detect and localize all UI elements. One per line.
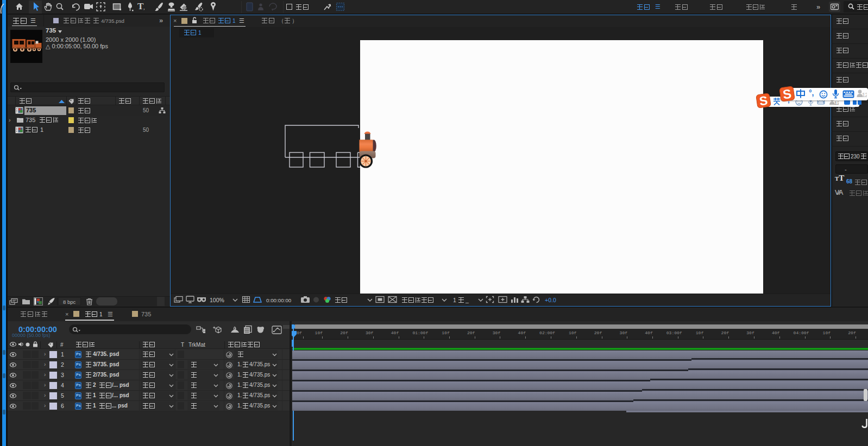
svg-text:12: 12 — [862, 92, 867, 98]
svg-text:12: 12 — [834, 100, 839, 105]
